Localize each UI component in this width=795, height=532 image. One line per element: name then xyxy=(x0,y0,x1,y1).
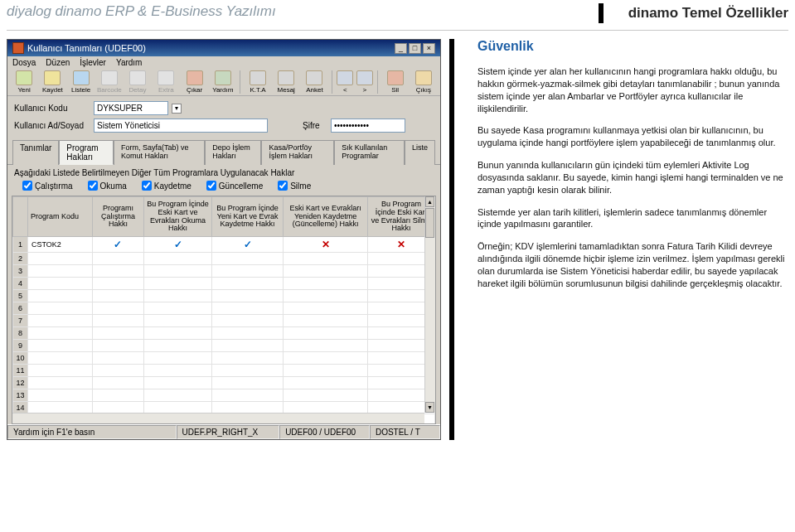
tab-1[interactable]: Program Hakları xyxy=(59,140,114,165)
table-row[interactable]: 12 xyxy=(13,377,435,389)
side-p4: Sistemde yer alan tarih kilitleri, işlem… xyxy=(477,206,788,231)
status-form: UDEF00 / UDEF00 xyxy=(279,425,370,439)
toolbar-barcode: Barcode xyxy=(96,70,123,94)
toolbar-mesaj[interactable]: Mesaj xyxy=(273,70,299,94)
side-p2: Bu sayede Kasa programını kullanmaya yet… xyxy=(477,124,788,149)
statusbar: Yardım için F1'e basın UDEF.PR_RIGHT_X U… xyxy=(7,424,440,439)
app-icon xyxy=(12,42,24,54)
page-header-right: dinamo Temel Özellikler xyxy=(599,3,788,23)
scroll-up-icon[interactable]: ▲ xyxy=(425,196,434,207)
menu-i̇şlevler[interactable]: İşlevler xyxy=(80,58,106,67)
sifre-label: Şifre xyxy=(303,121,327,130)
tab-2[interactable]: Form, Sayfa(Tab) ve Komut Hakları xyxy=(114,140,205,165)
toolbar-detay: Detay xyxy=(124,70,151,94)
toolbar-listele[interactable]: Listele xyxy=(67,70,94,94)
table-row[interactable]: 13 xyxy=(13,389,435,402)
divider xyxy=(7,30,788,31)
side-p1: Sistem içinde yer alan her kullanıcının … xyxy=(477,65,788,114)
table-row[interactable]: 2 xyxy=(13,253,435,265)
table-row[interactable]: 8 xyxy=(13,327,435,340)
status-db: DOSTEL / T xyxy=(370,425,440,439)
toolbar-[interactable]: < xyxy=(337,70,354,94)
check-güncelleme[interactable]: Güncelleme xyxy=(206,181,263,191)
status-help: Yardım için F1'e basın xyxy=(7,425,177,439)
menu-dosya[interactable]: Dosya xyxy=(12,58,36,67)
menu-düzen[interactable]: Düzen xyxy=(46,58,70,67)
tab-6[interactable]: Liste xyxy=(405,140,435,165)
tab-3[interactable]: Depo İşlem Hakları xyxy=(205,140,261,165)
check-çalıştırma[interactable]: Çalıştırma xyxy=(22,181,73,191)
table-row[interactable]: 1CSTOK2✓✓✓✕✕ xyxy=(13,237,435,253)
toolbar-extra: Extra xyxy=(153,70,179,94)
grid[interactable]: Program KoduProgramı Çalıştırma HakkıBu … xyxy=(12,196,436,424)
toolbar-kar[interactable]: Çıkar xyxy=(181,70,207,94)
titlebar[interactable]: Kullanıcı Tanımları (UDEF00) _ □ × xyxy=(7,40,440,56)
tabs: TanımlarProgram HaklarıForm, Sayfa(Tab) … xyxy=(7,139,440,165)
toolbar-[interactable]: > xyxy=(356,70,373,94)
menu-yardım[interactable]: Yardım xyxy=(116,58,143,67)
window-title: Kullanıcı Tanımları (UDEF00) xyxy=(27,43,146,53)
toolbar-yardm[interactable]: Yardım xyxy=(210,70,236,94)
maximize-button[interactable]: □ xyxy=(409,43,421,54)
minimize-button[interactable]: _ xyxy=(395,43,407,54)
side-panel: Güvenlik Sistem içinde yer alan her kull… xyxy=(449,39,788,440)
toolbar-anket[interactable]: Anket xyxy=(301,70,327,94)
kullanici-adsoyad-label: Kullanıcı Ad/Soyad xyxy=(14,121,90,130)
page-header-left: diyalog dinamo ERP & E-Business Yazılımı xyxy=(7,3,276,20)
table-row[interactable]: 6 xyxy=(13,302,435,315)
scroll-down-icon[interactable]: ▼ xyxy=(425,402,434,413)
toolbar-kta[interactable]: K.T.A xyxy=(245,70,271,94)
side-p3: Bunun yanında kullanıcıların gün içindek… xyxy=(477,159,788,196)
check-kaydetme[interactable]: Kaydetme xyxy=(142,181,191,191)
table-row[interactable]: 10 xyxy=(13,352,435,365)
table-row[interactable]: 9 xyxy=(13,340,435,352)
sifre-input[interactable] xyxy=(331,118,405,133)
toolbar-yeni[interactable]: Yeni xyxy=(11,70,37,94)
tab-5[interactable]: Sık Kullanılan Programlar xyxy=(334,140,405,165)
close-button[interactable]: × xyxy=(423,43,435,54)
app-window: Kullanıcı Tanımları (UDEF00) _ □ × Dosya… xyxy=(7,39,441,440)
kullanici-kodu-input[interactable] xyxy=(94,101,168,115)
table-row[interactable]: 11 xyxy=(13,365,435,377)
check-okuma[interactable]: Okuma xyxy=(88,181,127,191)
side-title: Güvenlik xyxy=(477,39,788,54)
page-header: diyalog dinamo ERP & E-Business Yazılımı… xyxy=(0,0,795,30)
scroll-thumb[interactable] xyxy=(425,208,434,238)
scrollbar-vertical[interactable]: ▲ ▼ xyxy=(424,196,435,413)
table-row[interactable]: 3 xyxy=(13,265,435,278)
status-prog: UDEF.PR_RIGHT_X xyxy=(177,425,280,439)
kullanici-kodu-label: Kullanıcı Kodu xyxy=(14,104,90,113)
table-row[interactable]: 7 xyxy=(13,315,435,327)
kullanici-adsoyad-input[interactable] xyxy=(94,118,268,133)
rights-checkboxes: ÇalıştırmaOkumaKaydetmeGüncellemeSilme xyxy=(7,179,440,196)
table-row[interactable]: 4 xyxy=(13,278,435,290)
side-p5: Örneğin; KDV işlemlerini tamamladıktan s… xyxy=(477,240,788,289)
scrollbar-horizontal[interactable] xyxy=(12,413,424,423)
tab-0[interactable]: Tanımlar xyxy=(12,140,59,165)
side-border xyxy=(449,39,454,440)
rights-header: Aşağıdaki Listede Belirtilmeyen Diğer Tü… xyxy=(7,165,440,179)
check-silme[interactable]: Silme xyxy=(278,181,311,191)
table-row[interactable]: 5 xyxy=(13,290,435,302)
menubar: DosyaDüzenİşlevlerYardım xyxy=(7,56,440,69)
toolbar: YeniKaydetListeleBarcodeDetayExtraÇıkarY… xyxy=(7,69,440,96)
toolbar-sil[interactable]: Sil xyxy=(382,70,409,94)
lookup-icon[interactable]: ▾ xyxy=(172,104,182,114)
tab-4[interactable]: Kasa/Portföy İşlem Hakları xyxy=(261,140,334,165)
form-area: Kullanıcı Kodu ▾ Kullanıcı Ad/Soyad Şifr… xyxy=(7,96,440,139)
toolbar-kaydet[interactable]: Kaydet xyxy=(39,70,65,94)
toolbar-k[interactable]: Çıkış xyxy=(410,70,437,94)
